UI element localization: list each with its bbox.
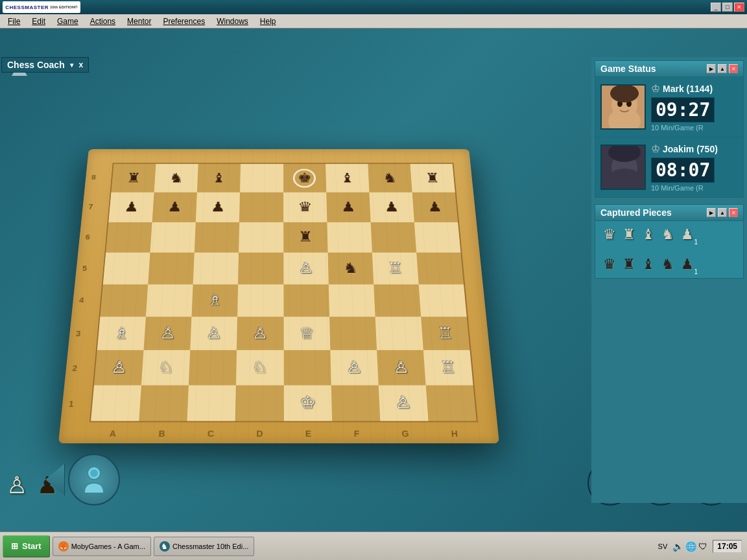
square-d3[interactable]: ♙ — [237, 317, 283, 351]
menu-actions[interactable]: Actions — [85, 16, 121, 27]
menu-windows[interactable]: Windows — [211, 16, 254, 27]
right-panel: Game Status ▶ ▲ ✕ — [591, 57, 747, 503]
square-c7[interactable]: ♟ — [196, 192, 240, 222]
square-e7[interactable]: ♛ — [283, 192, 327, 222]
square-f3[interactable] — [329, 317, 377, 351]
piece-king-black-e8: ♚ — [283, 164, 326, 192]
minimize-button[interactable]: _ — [711, 3, 721, 12]
square-f1[interactable] — [331, 385, 380, 421]
square-d2[interactable]: ♘ — [236, 350, 283, 385]
square-f2[interactable]: ♙ — [330, 350, 378, 385]
square-b5[interactable] — [148, 253, 195, 285]
firefox-icon: 🦊 — [58, 541, 69, 552]
square-e4[interactable] — [283, 284, 329, 316]
square-g6[interactable] — [370, 222, 416, 253]
square-f4[interactable] — [328, 284, 375, 316]
square-g5[interactable]: ♖ — [372, 253, 419, 285]
square-a5[interactable] — [103, 253, 150, 285]
square-g8[interactable]: ♞ — [368, 164, 412, 192]
square-d8[interactable] — [240, 164, 283, 192]
square-c4[interactable]: ♗ — [192, 284, 239, 316]
rank-5: 5 — [82, 264, 87, 272]
menu-help[interactable]: Help — [255, 16, 281, 27]
square-b8[interactable]: ♞ — [154, 164, 198, 192]
captured-close-btn[interactable]: ✕ — [729, 208, 738, 217]
square-a1[interactable] — [91, 385, 141, 421]
square-a6[interactable] — [106, 222, 152, 253]
square-e2[interactable] — [283, 350, 331, 385]
menu-mentor[interactable]: Mentor — [122, 16, 156, 27]
square-e1[interactable]: ♔ — [283, 385, 331, 421]
square-a8[interactable]: ♜ — [111, 164, 156, 192]
square-g3[interactable] — [375, 317, 423, 351]
square-g1[interactable]: ♙ — [378, 385, 428, 421]
start-button[interactable]: ⊞ Start — [3, 535, 50, 557]
square-b6[interactable] — [150, 222, 196, 253]
maximize-button[interactable]: □ — [722, 3, 733, 12]
square-c3[interactable]: ♙ — [190, 317, 237, 351]
square-e5[interactable]: ♙ — [283, 253, 329, 285]
square-d6[interactable] — [239, 222, 283, 253]
game-status-close-btn[interactable]: ✕ — [729, 64, 738, 73]
square-c6[interactable] — [195, 222, 239, 253]
square-c5[interactable] — [193, 253, 239, 285]
player2-card: ♔ Joakim (750) 08:07 10 Min/Game (R — [595, 137, 743, 197]
taskbar-item-mobygames[interactable]: 🦊 MobyGames - A Gam... — [53, 537, 151, 556]
square-f7[interactable]: ♟ — [326, 192, 370, 222]
square-h4[interactable] — [419, 284, 467, 316]
game-status-play-btn[interactable]: ▶ — [707, 64, 716, 73]
square-h1[interactable] — [426, 385, 477, 421]
square-g4[interactable] — [374, 284, 421, 316]
menu-preferences[interactable]: Preferences — [158, 16, 210, 27]
captured-up-btn[interactable]: ▲ — [718, 208, 727, 217]
square-d7[interactable] — [239, 192, 283, 222]
menu-game[interactable]: Game — [52, 16, 84, 27]
square-a3[interactable]: ♗ — [97, 317, 146, 351]
coach-button[interactable] — [68, 454, 120, 506]
square-d5[interactable] — [238, 253, 283, 285]
captured-black-queen: ♛ — [603, 256, 616, 273]
taskbar-item-chessmaster[interactable]: ♞ Chessmaster 10th Edi... — [154, 537, 254, 556]
app-logo: CHESSMASTER 10th EDITION® — [3, 1, 80, 13]
square-f6[interactable] — [327, 222, 372, 253]
piece-knight-white-d2: ♘ — [236, 350, 283, 385]
square-g2[interactable]: ♙ — [377, 350, 426, 385]
chess-coach-close-button[interactable]: x — [79, 60, 84, 69]
menu-file[interactable]: File — [3, 16, 25, 27]
square-h8[interactable]: ♜ — [410, 164, 455, 192]
game-status-up-btn[interactable]: ▲ — [718, 64, 727, 73]
square-d4[interactable] — [237, 284, 283, 316]
square-b1[interactable] — [139, 385, 189, 421]
piece-bishop-black-f8: ♝ — [326, 164, 369, 192]
taskbar-mobygames-label: MobyGames - A Gam... — [71, 542, 145, 550]
player1-name-rating: ♔ Mark (1144) — [651, 82, 738, 95]
square-e6[interactable]: ♜ — [283, 222, 328, 253]
nav-left-button[interactable] — [45, 463, 65, 496]
square-h2[interactable]: ♖ — [423, 350, 473, 385]
square-c2[interactable] — [189, 350, 237, 385]
square-c1[interactable] — [187, 385, 236, 421]
square-d1[interactable] — [235, 385, 283, 421]
captured-play-btn[interactable]: ▶ — [707, 208, 716, 217]
square-h5[interactable] — [416, 253, 464, 285]
square-b7[interactable]: ♟ — [152, 192, 197, 222]
square-b2[interactable]: ♘ — [141, 350, 190, 385]
square-h3[interactable]: ♖ — [421, 317, 470, 351]
piece-rook-black-h8: ♜ — [410, 164, 455, 192]
square-c8[interactable]: ♝ — [197, 164, 241, 192]
square-a7[interactable]: ♟ — [108, 192, 154, 222]
square-e3[interactable]: ♕ — [283, 317, 330, 351]
square-b3[interactable]: ♙ — [144, 317, 192, 351]
menu-edit[interactable]: Edit — [27, 16, 51, 27]
square-a2[interactable]: ♙ — [94, 350, 144, 385]
square-f8[interactable]: ♝ — [326, 164, 369, 192]
close-button[interactable]: ✕ — [734, 3, 744, 12]
square-g7[interactable]: ♟ — [369, 192, 414, 222]
square-f5[interactable]: ♞ — [327, 253, 374, 285]
square-a4[interactable] — [100, 284, 148, 316]
square-h7[interactable]: ♟ — [412, 192, 458, 222]
square-h6[interactable] — [414, 222, 461, 253]
chess-coach-dropdown-icon[interactable]: ▼ — [69, 62, 75, 69]
square-e8[interactable]: ♚ — [283, 164, 326, 192]
square-b4[interactable] — [146, 284, 193, 316]
